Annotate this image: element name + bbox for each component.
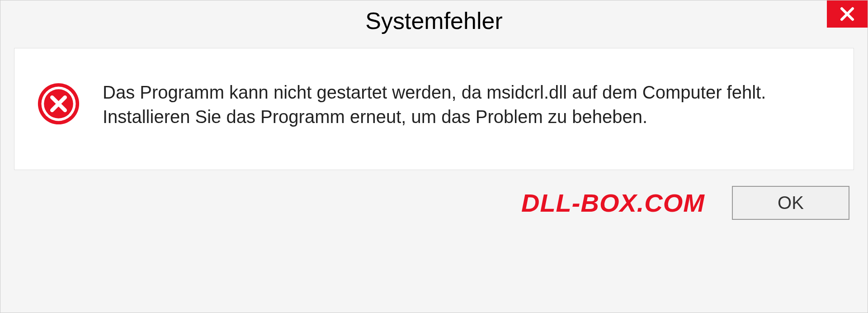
close-button[interactable] xyxy=(827,0,868,28)
error-dialog: Systemfehler Das Programm kann nicht ges… xyxy=(0,0,868,313)
watermark-text: DLL-BOX.COM xyxy=(521,188,705,218)
dialog-title: Systemfehler xyxy=(365,7,502,34)
dialog-footer: DLL-BOX.COM OK xyxy=(0,177,868,231)
content-area: Das Programm kann nicht gestartet werden… xyxy=(14,48,854,170)
title-bar: Systemfehler xyxy=(0,0,868,41)
error-message: Das Programm kann nicht gestartet werden… xyxy=(103,80,831,129)
error-icon xyxy=(37,82,80,125)
close-icon xyxy=(839,6,855,22)
ok-button[interactable]: OK xyxy=(732,186,849,220)
